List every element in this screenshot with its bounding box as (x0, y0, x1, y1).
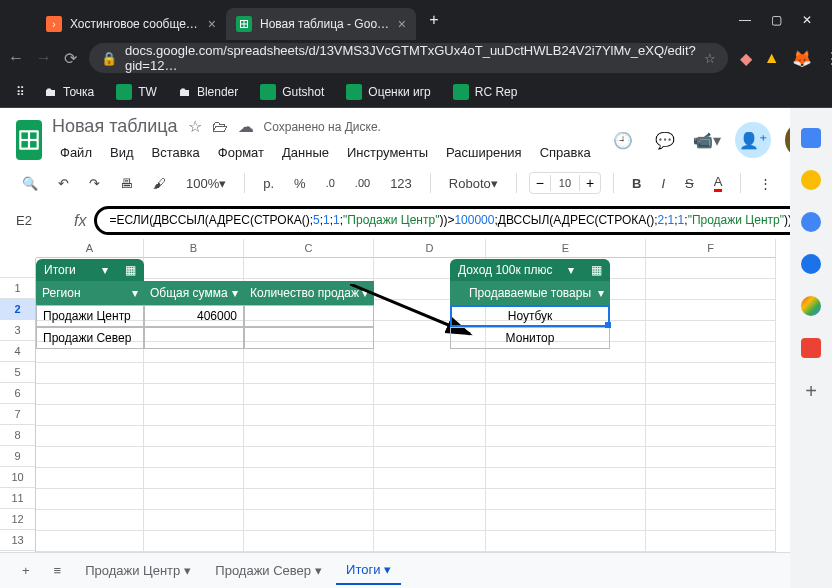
grid-cell[interactable] (374, 489, 486, 510)
document-title[interactable]: Новая таблица (52, 116, 178, 137)
undo-icon[interactable]: ↶ (52, 172, 75, 195)
chevron-down-icon[interactable]: ▾ (232, 286, 238, 300)
column-header[interactable]: F (646, 239, 776, 258)
bookmark-item[interactable]: Gutshot (252, 80, 332, 104)
chevron-down-icon[interactable]: ▾ (598, 286, 604, 300)
selected-cell[interactable]: Ноутбук (450, 305, 610, 327)
percent-button[interactable]: % (288, 172, 312, 195)
menu-help[interactable]: Справка (532, 141, 599, 164)
table-cell[interactable] (144, 327, 244, 349)
grid-cell[interactable] (144, 363, 244, 384)
bookmark-item[interactable]: 🖿Blender (171, 81, 246, 103)
grid-cell[interactable] (244, 426, 374, 447)
column-header[interactable]: E (486, 239, 646, 258)
grid-cell[interactable] (646, 426, 776, 447)
table-group-header[interactable]: Доход 100к плюс▾ (450, 259, 582, 281)
close-tab-icon[interactable]: × (208, 16, 216, 32)
grid-cell[interactable] (36, 363, 144, 384)
redo-icon[interactable]: ↷ (83, 172, 106, 195)
grid-cell[interactable] (646, 531, 776, 552)
decrease-font-button[interactable]: − (530, 173, 550, 193)
new-tab-button[interactable]: + (420, 6, 448, 34)
row-header[interactable]: 7 (0, 404, 36, 425)
row-header[interactable]: 5 (0, 362, 36, 383)
column-header[interactable]: A (36, 239, 144, 258)
chevron-down-icon[interactable]: ▾ (568, 263, 574, 277)
grid-cell[interactable] (144, 510, 244, 531)
grid-cell[interactable] (144, 384, 244, 405)
browser-tab[interactable]: › Хостинговое сообщество «Tin × (36, 8, 226, 40)
back-button[interactable]: ← (8, 46, 24, 70)
grid-cell[interactable] (646, 405, 776, 426)
grid-cell[interactable] (486, 384, 646, 405)
grid-cell[interactable] (374, 510, 486, 531)
star-icon[interactable]: ☆ (704, 51, 716, 66)
grid-cell[interactable] (36, 531, 144, 552)
menu-file[interactable]: Файл (52, 141, 100, 164)
grid-cell[interactable] (486, 468, 646, 489)
grid-cell[interactable] (36, 489, 144, 510)
cell-reference[interactable]: E2 (16, 213, 66, 228)
keep-icon[interactable] (801, 170, 821, 190)
grid-cell[interactable] (646, 510, 776, 531)
star-icon[interactable]: ☆ (188, 117, 202, 136)
font-select[interactable]: Roboto ▾ (443, 172, 504, 195)
cloud-icon[interactable]: ☁ (238, 117, 254, 136)
close-tab-icon[interactable]: × (398, 16, 406, 32)
grid-cell[interactable] (144, 426, 244, 447)
table-column-header[interactable]: Продаваемые товары▾ (450, 281, 610, 305)
minimize-icon[interactable]: — (739, 13, 751, 27)
grid-cell[interactable] (244, 363, 374, 384)
tasks-icon[interactable] (801, 212, 821, 232)
table-cell[interactable]: Монитор (450, 327, 610, 349)
row-header[interactable]: 1 (0, 278, 36, 299)
strikethrough-button[interactable]: S (679, 172, 700, 195)
grid-cell[interactable] (244, 531, 374, 552)
table-cell[interactable]: Продажи Центр (36, 305, 144, 327)
sheet-tab-active[interactable]: Итоги ▾ (336, 556, 401, 585)
decrease-decimal-button[interactable]: .0 (320, 173, 341, 193)
grid-cell[interactable] (486, 405, 646, 426)
more-toolbar-icon[interactable]: ⋮ (753, 172, 778, 195)
grid-cell[interactable] (244, 468, 374, 489)
grid-cell[interactable] (486, 489, 646, 510)
apps-button[interactable]: ⠿ (8, 81, 31, 103)
chevron-down-icon[interactable]: ▾ (362, 286, 368, 300)
table-cell[interactable]: Продажи Север (36, 327, 144, 349)
row-header[interactable]: 12 (0, 509, 36, 530)
move-icon[interactable]: 🗁 (212, 118, 228, 136)
grid-cell[interactable] (646, 489, 776, 510)
row-header[interactable]: 8 (0, 425, 36, 446)
table-column-header[interactable]: Регион▾ (36, 281, 144, 305)
table-cell[interactable]: 406000 (144, 305, 244, 327)
row-header[interactable]: 11 (0, 488, 36, 509)
grid-cell[interactable] (36, 447, 144, 468)
extension-icon[interactable]: ◆ (740, 48, 752, 68)
sheets-logo[interactable] (16, 120, 42, 160)
table-cell[interactable] (244, 305, 374, 327)
contacts-icon[interactable] (801, 254, 821, 274)
calendar-icon[interactable] (801, 128, 821, 148)
maximize-icon[interactable]: ▢ (771, 13, 782, 27)
table-cell[interactable] (244, 327, 374, 349)
grid-cell[interactable] (244, 447, 374, 468)
grid-cell[interactable] (646, 279, 776, 300)
grid-cell[interactable] (646, 342, 776, 363)
menu-extensions[interactable]: Расширения (438, 141, 530, 164)
share-button[interactable]: 👤⁺ (735, 122, 771, 158)
column-header[interactable]: B (144, 239, 244, 258)
currency-button[interactable]: р. (257, 172, 280, 195)
grid-cell[interactable] (646, 447, 776, 468)
text-color-button[interactable]: A (708, 170, 729, 196)
increase-decimal-button[interactable]: .00 (349, 173, 376, 193)
grid-cell[interactable] (486, 531, 646, 552)
column-header[interactable]: D (374, 239, 486, 258)
row-header[interactable]: 4 (0, 341, 36, 362)
row-header[interactable]: 2 (0, 299, 36, 320)
addon-icon[interactable] (801, 338, 821, 358)
grid-cell[interactable] (646, 300, 776, 321)
grid-cell[interactable] (646, 321, 776, 342)
grid-cell[interactable] (374, 405, 486, 426)
grid-cell[interactable] (36, 405, 144, 426)
font-size-stepper[interactable]: − 10 + (529, 172, 601, 194)
